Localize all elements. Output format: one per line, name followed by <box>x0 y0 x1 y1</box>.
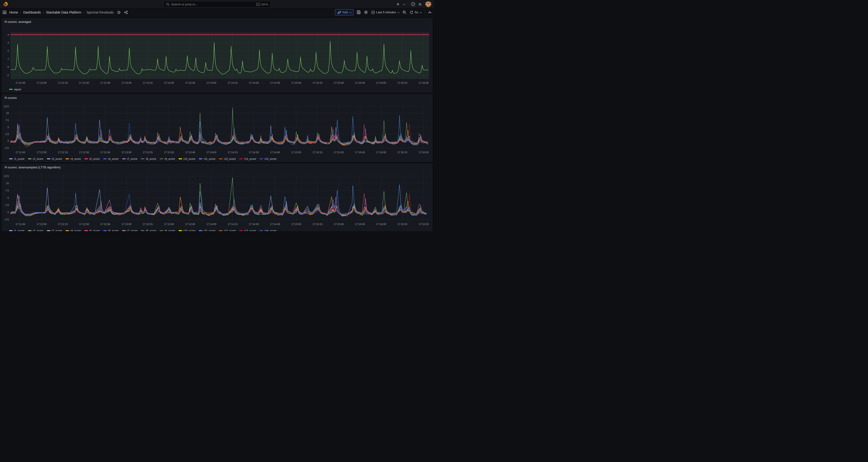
svg-text:17:12:45: 17:12:45 <box>100 223 110 225</box>
legend-label: r7_score <box>127 229 137 231</box>
panel-r-scores-downsampled-plot[interactable]: 17:11:4517:12:0017:12:1517:12:3017:12:45… <box>4 171 431 228</box>
legend-item-r5_score[interactable]: r5_score <box>84 157 100 160</box>
add-panel-label: Add <box>342 10 348 14</box>
legend-item-r1_score[interactable]: r1_score <box>9 229 25 231</box>
share-button[interactable] <box>124 10 128 14</box>
collapse-toolbar-button[interactable] <box>428 11 432 13</box>
legend-label: r9_score <box>164 157 175 160</box>
legend-item-r8_score[interactable]: r8_score <box>141 157 156 160</box>
legend-marker <box>259 158 263 159</box>
svg-text:17:12:30: 17:12:30 <box>79 223 89 225</box>
chart-svg[interactable]: 17:11:4517:12:0017:12:1517:12:3017:12:45… <box>4 25 431 87</box>
legend-marker <box>65 230 69 231</box>
legend-item-signal[interactable]: signal <box>9 88 21 91</box>
legend-item-r1_score[interactable]: r1_score <box>9 157 25 160</box>
svg-text:17:16:00: 17:16:00 <box>376 223 386 225</box>
legend-marker <box>199 158 203 159</box>
breadcrumb-folder[interactable]: Stackable Data Platform <box>46 10 81 14</box>
legend-item-r14_score[interactable]: r14_score <box>259 229 276 231</box>
legend-item-r14_score[interactable]: r14_score <box>259 157 276 160</box>
legend-item-r4_score[interactable]: r4_score <box>65 229 81 231</box>
dashboard-settings-button[interactable] <box>364 10 368 14</box>
panel-title[interactable]: R-scores: averaged <box>2 19 432 25</box>
svg-text:5: 5 <box>7 196 9 199</box>
legend-item-r10_score[interactable]: r10_score <box>179 229 195 231</box>
svg-text:17:15:15: 17:15:15 <box>312 82 322 84</box>
legend-item-r6_score[interactable]: r6_score <box>103 157 119 160</box>
user-avatar[interactable] <box>425 1 431 7</box>
legend-item-r12_score[interactable]: r12_score <box>219 229 236 231</box>
legend-marker <box>122 230 126 231</box>
panel-r-scores-averaged-plot[interactable]: 17:11:4517:12:0017:12:1517:12:3017:12:45… <box>4 25 431 87</box>
news-button[interactable] <box>418 2 422 6</box>
legend-item-r7_score[interactable]: r7_score <box>122 157 137 160</box>
save-dashboard-button[interactable] <box>357 10 361 14</box>
time-range-picker[interactable]: Last 5 minutes <box>371 10 399 14</box>
search-input[interactable] <box>171 3 255 6</box>
legend-item-r3_score[interactable]: r3_score <box>47 157 62 160</box>
breadcrumb-dashboards[interactable]: Dashboards <box>23 10 41 14</box>
svg-text:17:15:45: 17:15:45 <box>355 151 365 154</box>
legend-item-r10_score[interactable]: r10_score <box>179 157 195 160</box>
legend-label: r1_score <box>14 157 25 160</box>
legend-label: r14_score <box>265 229 276 231</box>
legend-item-r2_score[interactable]: r2_score <box>28 229 43 231</box>
new-item-button[interactable] <box>396 2 400 6</box>
legend-item-r9_score[interactable]: r9_score <box>160 229 175 231</box>
favorite-button[interactable] <box>117 10 121 14</box>
legend-label: r8_score <box>146 157 156 160</box>
svg-text:17:15:45: 17:15:45 <box>355 82 365 84</box>
plus-icon <box>396 2 400 6</box>
top-navigation: ctrl+k ? <box>0 0 434 8</box>
svg-text:17:13:45: 17:13:45 <box>185 151 195 154</box>
panel-title[interactable]: R-scores <box>2 94 432 101</box>
svg-text:17:15:30: 17:15:30 <box>334 82 344 84</box>
svg-text:17:12:30: 17:12:30 <box>79 82 89 84</box>
legend-marker <box>259 230 263 231</box>
svg-text:17:13:15: 17:13:15 <box>143 82 153 84</box>
y-axis: 12.5107.552.50-2.5 <box>4 175 9 221</box>
legend-item-r5_score[interactable]: r5_score <box>84 229 100 231</box>
global-search[interactable]: ctrl+k <box>164 1 271 7</box>
legend-label: r10_score <box>184 229 195 231</box>
svg-text:17:15:30: 17:15:30 <box>334 223 344 225</box>
legend-item-r8_score[interactable]: r8_score <box>141 229 156 231</box>
legend-item-r3_score[interactable]: r3_score <box>47 229 62 231</box>
legend-item-r4_score[interactable]: r4_score <box>65 157 81 160</box>
chart-svg[interactable]: 17:11:4517:12:0017:12:1517:12:3017:12:45… <box>4 171 431 228</box>
legend-item-r6_score[interactable]: r6_score <box>103 229 119 231</box>
legend-item-r11_score[interactable]: r11_score <box>199 157 215 160</box>
help-button[interactable]: ? <box>411 2 415 6</box>
svg-text:17:13:00: 17:13:00 <box>121 151 131 154</box>
svg-text:17:15:00: 17:15:00 <box>291 151 301 154</box>
mega-menu-button[interactable] <box>3 11 6 14</box>
legend-label: r3_score <box>52 157 62 160</box>
refresh-picker[interactable]: 5s <box>410 10 421 14</box>
legend-item-r13_score[interactable]: r13_score <box>239 229 256 231</box>
share-icon <box>124 10 128 14</box>
chevron-down-icon <box>397 10 400 13</box>
svg-text:1: 1 <box>7 57 9 60</box>
legend-item-r13_score[interactable]: r13_score <box>239 157 256 160</box>
legend-marker <box>160 158 163 159</box>
legend-marker <box>160 230 163 231</box>
add-panel-button[interactable]: Add <box>335 9 353 16</box>
panel-r-scores-plot[interactable]: 17:11:4517:12:0017:12:1517:12:3017:12:45… <box>4 101 431 156</box>
svg-text:5: 5 <box>7 126 9 128</box>
panel-title[interactable]: R-scores: downsampled (LTTB algorithm) <box>2 164 432 171</box>
legend-item-r12_score[interactable]: r12_score <box>219 157 236 160</box>
breadcrumb-home[interactable]: Home <box>9 10 18 14</box>
legend-label: r1_score <box>14 229 25 231</box>
chart-svg[interactable]: 17:11:4517:12:0017:12:1517:12:3017:12:45… <box>4 101 431 156</box>
legend-label: r13_score <box>244 157 256 160</box>
legend-item-r9_score[interactable]: r9_score <box>160 157 175 160</box>
legend-item-r11_score[interactable]: r11_score <box>199 229 215 231</box>
zoom-out-button[interactable] <box>402 10 406 14</box>
legend-marker <box>28 230 31 231</box>
gear-icon <box>364 10 368 14</box>
star-icon <box>117 10 121 14</box>
legend-item-r2_score[interactable]: r2_score <box>28 157 43 160</box>
legend-item-r7_score[interactable]: r7_score <box>122 229 137 231</box>
grafana-logo-icon[interactable] <box>3 1 8 7</box>
new-item-chevron[interactable] <box>403 3 405 5</box>
